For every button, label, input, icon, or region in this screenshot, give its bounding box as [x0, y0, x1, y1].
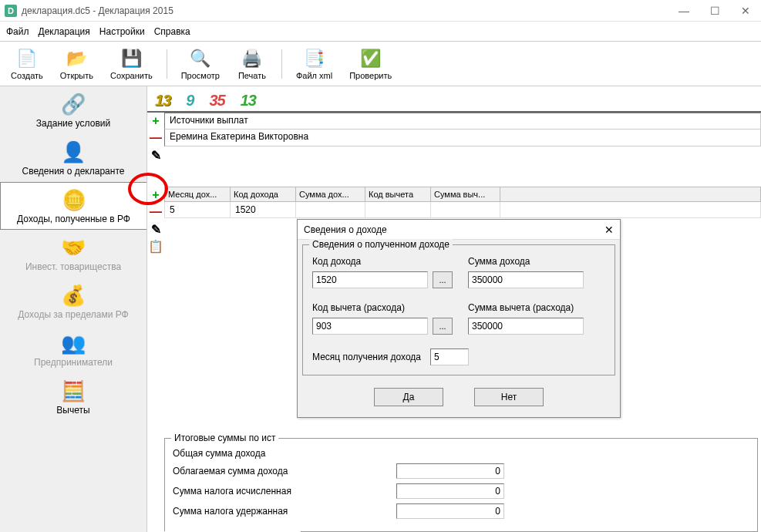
ded-code-input[interactable] [312, 318, 428, 335]
dialog-close-button[interactable]: ✕ [604, 224, 614, 236]
sidebar-item-deductions[interactable]: 🧮 Вычеты [0, 373, 146, 421]
tax-calc-label: Сумма налога исчисленная [173, 486, 396, 497]
col-sum[interactable]: Сумма дох... [296, 187, 365, 202]
menu-file[interactable]: Файл [6, 26, 29, 37]
menu-help[interactable]: Справка [154, 26, 190, 37]
dialog-groupbox: Сведения о полученном доходе Код дохода … [302, 244, 615, 375]
window-title: декларация.dc5 - Декларация 2015 [22, 5, 668, 16]
preview-button[interactable]: 🔍 Просмотр [173, 46, 227, 82]
sidebar-item-income-foreign[interactable]: 💰 Доходы за пределами РФ [0, 278, 146, 325]
tax-calc-input[interactable] [396, 483, 504, 499]
cell-sum [296, 202, 365, 218]
minimize-button[interactable]: — [668, 0, 699, 22]
source-list: Источники выплат Еремина Екатерина Викто… [164, 113, 761, 162]
income-code-input[interactable] [312, 271, 428, 288]
xml-button[interactable]: 📑 Файл xml [288, 46, 340, 82]
sidebar-label: Доходы, полученные в РФ [17, 214, 130, 224]
sidebar-item-entrepreneurs[interactable]: 👥 Предприниматели [0, 325, 146, 373]
group-icon: 👥 [59, 331, 87, 355]
source-row[interactable]: Еремина Екатерина Викторовна [164, 130, 761, 146]
titlebar: D декларация.dc5 - Декларация 2015 — ☐ ✕ [0, 0, 761, 22]
open-label: Открыть [60, 71, 93, 80]
income-toolbar: + — ✎ 📋 [147, 187, 164, 253]
toolbar: 📄 Создать 📂 Открыть 💾 Сохранить 🔍 Просмо… [0, 42, 761, 86]
sidebar-item-conditions[interactable]: 🔗 Задание условий [0, 86, 146, 134]
col-spacer [500, 187, 761, 202]
dialog-ok-button[interactable]: Да [374, 388, 443, 406]
taxable-label: Облагаемая сумма дохода [173, 466, 396, 476]
remove-income-button[interactable]: — [149, 205, 163, 219]
menu-settings[interactable]: Настройки [99, 26, 145, 37]
calculator-icon: 🧮 [59, 379, 87, 403]
save-button[interactable]: 💾 Сохранить [103, 46, 160, 82]
sidebar-label: Доходы за пределами РФ [18, 309, 128, 320]
sidebar-label: Инвест. товарищества [25, 261, 121, 272]
save-icon: 💾 [120, 48, 142, 69]
xml-label: Файл xml [296, 71, 332, 80]
preview-label: Просмотр [181, 71, 220, 80]
rate-tab-9[interactable]: 9 [178, 90, 201, 111]
tax-withheld-input[interactable] [396, 503, 504, 519]
ded-sum-label: Сумма вычета (расхода) [468, 302, 605, 313]
sidebar-label: Сведения о декларанте [22, 166, 125, 177]
rate-tab-35[interactable]: 35 [201, 90, 232, 111]
sidebar-label: Вычеты [56, 405, 89, 416]
tax-withheld-label: Сумма налога удержанная [173, 506, 396, 517]
rate-tab-13-green[interactable]: 13 [233, 90, 264, 111]
sidebar-label: Задание условий [36, 118, 110, 129]
preview-icon: 🔍 [190, 48, 211, 69]
check-icon: ✅ [360, 48, 382, 69]
totals-group: Итоговые суммы по ист Общая сумма дохода… [164, 438, 758, 532]
create-button[interactable]: 📄 Создать [3, 46, 51, 82]
total-income-label: Общая сумма дохода [173, 448, 396, 459]
menubar: Файл Декларация Настройки Справка [0, 22, 761, 42]
xml-icon: 📑 [304, 48, 325, 69]
ded-code-browse[interactable]: ... [433, 318, 453, 335]
add-income-button[interactable]: + [149, 188, 163, 202]
income-code-label: Код дохода [312, 256, 453, 267]
sidebar-item-invest[interactable]: 🤝 Инвест. товарищества [0, 230, 146, 278]
maximize-button[interactable]: ☐ [699, 0, 730, 22]
edit-source-button[interactable]: ✎ [149, 148, 163, 162]
separator [281, 49, 282, 79]
month-input[interactable] [430, 348, 469, 365]
print-label: Печать [238, 71, 266, 80]
cell-ded-code [365, 202, 431, 218]
open-button[interactable]: 📂 Открыть [52, 46, 101, 82]
add-source-button[interactable]: + [149, 114, 163, 128]
separator [167, 49, 167, 79]
col-ded-sum[interactable]: Сумма выч... [431, 187, 500, 202]
check-button[interactable]: ✅ Проверить [342, 46, 399, 82]
income-code-browse[interactable]: ... [433, 271, 453, 288]
dialog-title: Сведения о доходе [304, 224, 604, 235]
ded-sum-input[interactable] [468, 318, 584, 335]
dialog-cancel-button[interactable]: Нет [474, 388, 544, 406]
conditions-icon: 🔗 [59, 92, 87, 116]
remove-source-button[interactable]: — [149, 131, 163, 145]
menu-declaration[interactable]: Декларация [39, 26, 90, 37]
save-label: Сохранить [110, 71, 153, 80]
rate-tab-13-yellow[interactable]: 13 [147, 90, 178, 111]
col-month[interactable]: Месяц дох... [165, 187, 231, 202]
income-sum-input[interactable] [468, 271, 584, 288]
source-list-header: Источники выплат [164, 113, 761, 130]
income-row[interactable]: 5 1520 [165, 202, 761, 218]
edit-income-button[interactable]: ✎ [149, 222, 163, 236]
sidebar-item-income-rf[interactable]: 🪙 Доходы, полученные в РФ [0, 182, 146, 230]
sidebar-label: Предприниматели [34, 357, 113, 368]
new-file-icon: 📄 [16, 48, 38, 69]
close-button[interactable]: ✕ [730, 0, 761, 22]
sidebar-item-declarant[interactable]: 👤 Сведения о декларанте [0, 134, 146, 182]
sidebar: 🔗 Задание условий 👤 Сведения о декларант… [0, 86, 146, 532]
taxable-input[interactable] [396, 463, 504, 479]
check-label: Проверить [349, 71, 392, 80]
cell-code: 1520 [231, 202, 296, 218]
repeat-income-button[interactable]: 📋 [149, 239, 163, 253]
print-icon: 🖨️ [241, 48, 263, 69]
money-bag-icon: 💰 [59, 283, 87, 308]
ded-code-label: Код вычета (расхода) [312, 302, 453, 313]
col-code[interactable]: Код дохода [231, 187, 296, 202]
person-icon: 👤 [59, 140, 87, 164]
print-button[interactable]: 🖨️ Печать [229, 46, 275, 82]
col-ded-code[interactable]: Код вычета [365, 187, 431, 202]
